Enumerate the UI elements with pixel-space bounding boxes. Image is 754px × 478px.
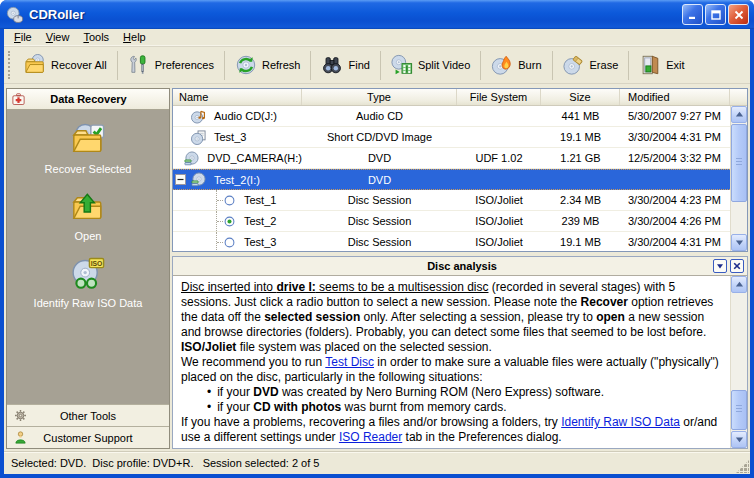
text-segment: file system was placed on the selected s… xyxy=(236,340,491,354)
table-row[interactable]: DVD_CAMERA(H:)DVDUDF 1.021.21 GB12/5/200… xyxy=(173,148,730,169)
toolbar-grip-handle[interactable] xyxy=(8,51,12,79)
session-radio-unselected[interactable] xyxy=(223,194,236,207)
text-segment: was burnt from memory cards. xyxy=(341,400,506,414)
status-text: Selected: DVD. Disc profile: DVD+R. Sess… xyxy=(11,457,319,469)
collapse-expander[interactable] xyxy=(175,174,186,185)
close-button[interactable] xyxy=(728,4,749,25)
link-identify-raw-iso-data[interactable]: Identify Raw ISO Data xyxy=(561,415,680,429)
scroll-up-button[interactable] xyxy=(731,276,747,293)
toolbar-button-label: Erase xyxy=(590,59,619,71)
toolbar-exit-button[interactable]: Exit xyxy=(630,49,693,82)
text-segment: We recommend you to run xyxy=(181,355,325,369)
cell-name: Test_1 xyxy=(173,190,302,210)
cell-size: 1.21 GB xyxy=(541,152,620,164)
toolbar-separator xyxy=(380,51,381,80)
maximize-button[interactable] xyxy=(705,4,726,25)
table-row[interactable]: Test_1Disc SessionISO/Joliet2.34 MB3/30/… xyxy=(173,190,730,211)
menu-tools[interactable]: Tools xyxy=(76,30,116,45)
refresh-cd-icon xyxy=(235,54,257,76)
toolbar-split-video-button[interactable]: Split Video xyxy=(382,49,479,82)
cell-name: DVD_CAMERA(H:) xyxy=(173,148,302,168)
table-row[interactable]: Test_3Disc SessionISO/Joliet19.1 MB3/30/… xyxy=(173,232,730,251)
table-row[interactable]: Test_3Short CD/DVD Image19.1 MB3/30/2004… xyxy=(173,127,730,148)
toolbar-separator xyxy=(310,51,311,80)
cell-size: 239 MB xyxy=(541,215,620,227)
sidebar-item-identify-raw-iso-data[interactable]: ISOIdentify Raw ISO Data xyxy=(34,257,143,309)
column-header-modified[interactable]: Modified xyxy=(620,89,730,105)
scroll-thumb[interactable] xyxy=(731,390,747,430)
link-iso-reader[interactable]: ISO Reader xyxy=(339,430,402,444)
sidebar-item-label: Open xyxy=(75,230,102,242)
cell-modified: 3/30/2004 4:26 PM xyxy=(620,215,730,227)
menu-view[interactable]: View xyxy=(39,30,77,45)
toolbar-refresh-button[interactable]: Refresh xyxy=(226,49,310,82)
toolbar-button-label: Refresh xyxy=(262,59,301,71)
menu-help[interactable]: Help xyxy=(116,30,153,45)
cell-name: Test_3 xyxy=(173,232,302,251)
scroll-down-button[interactable] xyxy=(731,431,747,448)
status-bar: Selected: DVD. Disc profile: DVD+R. Sess… xyxy=(4,451,750,474)
cell-file-system: ISO/Joliet xyxy=(457,236,541,248)
binoculars-icon xyxy=(321,54,343,76)
link-test-disc[interactable]: Test Disc xyxy=(325,355,374,369)
item-name: Test_2 xyxy=(244,215,276,227)
sidebar-bar-label: Customer Support xyxy=(33,432,143,444)
toolbar-erase-button[interactable]: Erase xyxy=(554,49,628,82)
toolbar-find-button[interactable]: Find xyxy=(312,49,378,82)
panel-close-button[interactable] xyxy=(730,259,744,273)
cd-image-icon xyxy=(191,130,206,145)
column-header-type[interactable]: Type xyxy=(302,89,457,105)
cell-file-system: ISO/Joliet xyxy=(457,194,541,206)
scroll-thumb[interactable] xyxy=(731,124,747,202)
menu-file[interactable]: File xyxy=(7,30,39,45)
tools-icon xyxy=(128,54,150,76)
toolbar-button-label: Burn xyxy=(518,59,541,71)
toolbar-burn-button[interactable]: Burn xyxy=(482,49,550,82)
cell-name: Test_2 xyxy=(173,211,302,231)
text-segment: Disc inserted into xyxy=(181,280,276,294)
column-header-size[interactable]: Size xyxy=(541,89,620,105)
panel-collapse-button[interactable] xyxy=(713,259,727,273)
table-row[interactable]: Test_2Disc SessionISO/Joliet239 MB3/30/2… xyxy=(173,211,730,232)
gear-icon xyxy=(13,408,28,423)
table-row[interactable]: Test_2(I:)DVD xyxy=(173,169,730,190)
text-segment: drive I: xyxy=(276,280,315,294)
erase-cd-icon xyxy=(563,54,585,76)
toolbar-button-label: Find xyxy=(348,59,369,71)
column-header-name[interactable]: Name xyxy=(173,89,302,105)
scroll-up-button[interactable] xyxy=(731,106,747,123)
scroll-down-button[interactable] xyxy=(731,234,747,251)
toolbar-button-label: Exit xyxy=(666,59,684,71)
disc-analysis-title: Disc analysis xyxy=(173,260,713,272)
minimize-button[interactable] xyxy=(682,4,703,25)
text-segment: seems to be a multisession disc xyxy=(316,280,489,294)
window-body: FileViewToolsHelp Recover AllPreferences… xyxy=(4,29,750,474)
sidebar-item-open[interactable]: Open xyxy=(71,190,105,242)
cell-type: DVD xyxy=(302,174,457,186)
cell-size: 19.1 MB xyxy=(541,131,620,143)
toolbar-button-label: Recover All xyxy=(51,59,107,71)
text-segment: if your xyxy=(217,385,253,399)
sidebar-item-recover-selected[interactable]: Recover Selected xyxy=(45,123,132,175)
text-segment: Recover xyxy=(581,295,628,309)
sidebar-bar-customer-support[interactable]: Customer Support xyxy=(7,426,169,448)
table-row[interactable]: Audio CD(J:)Audio CD441 MB5/30/2007 9:27… xyxy=(173,106,730,127)
list-body: Audio CD(J:)Audio CD441 MB5/30/2007 9:27… xyxy=(173,106,730,251)
first-aid-icon xyxy=(11,92,26,107)
split-video-cd-icon xyxy=(391,54,413,76)
toolbar-preferences-button[interactable]: Preferences xyxy=(119,49,223,82)
resize-grip[interactable] xyxy=(736,460,749,473)
sidebar-header-data-recovery[interactable]: Data Recovery xyxy=(7,89,169,110)
column-header-file-system[interactable]: File System xyxy=(457,89,541,105)
toolbar-recover-all-button[interactable]: Recover All xyxy=(15,49,116,82)
content-area: Data Recovery Recover SelectedOpenISOIde… xyxy=(4,84,750,451)
cell-type: DVD xyxy=(302,152,457,164)
session-radio-unselected[interactable] xyxy=(223,236,236,249)
cd-glasses-iso-icon: ISO xyxy=(71,257,105,297)
cell-modified: 12/5/2004 3:32 PM xyxy=(620,152,730,164)
session-radio-selected[interactable] xyxy=(223,215,236,228)
cell-size: 441 MB xyxy=(541,110,620,122)
title-bar[interactable]: CDRoller xyxy=(0,0,754,29)
sidebar-bar-other-tools[interactable]: Other Tools xyxy=(7,404,169,426)
list-header: NameTypeFile SystemSizeModified xyxy=(173,89,747,106)
